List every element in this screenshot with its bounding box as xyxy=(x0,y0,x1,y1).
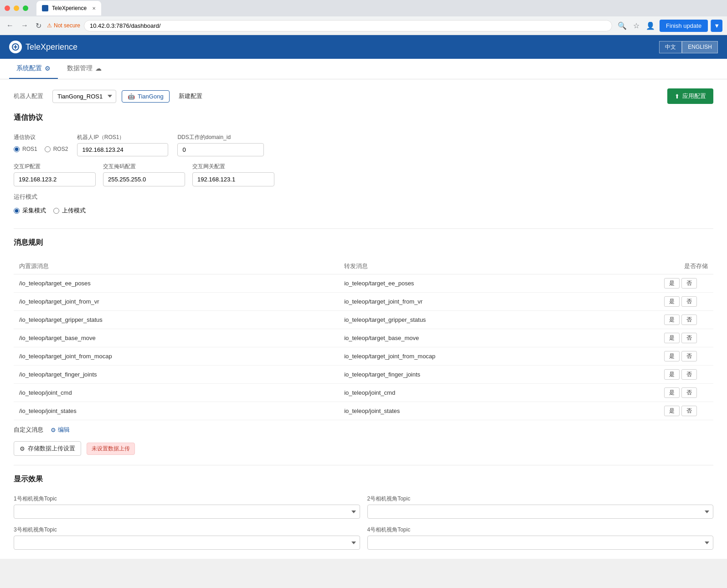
yn-cell: 是 否 xyxy=(659,311,713,329)
dds-label: DDS工作的domain_id xyxy=(177,134,264,141)
forward-cell: io_teleop/target_finger_joints xyxy=(339,366,659,384)
new-config-button[interactable]: 新建配置 xyxy=(175,90,206,103)
camera4-group: 4号相机视角Topic xyxy=(367,526,714,550)
camera1-select[interactable] xyxy=(14,505,360,519)
robot-select-wrapper: TianGong_ROS1 xyxy=(52,90,116,103)
source-cell: /io_teleop/target_ee_poses xyxy=(14,274,339,293)
yes-button-6[interactable]: 是 xyxy=(664,387,680,398)
no-button-1[interactable]: 否 xyxy=(681,296,697,307)
gateway-group: 交互网关配置 xyxy=(192,163,274,186)
logo-icon xyxy=(9,41,22,53)
camera4-select[interactable] xyxy=(367,536,714,550)
ros2-radio-label[interactable]: ROS2 xyxy=(45,146,68,152)
search-icon[interactable]: 🔍 xyxy=(616,20,629,32)
tiangong-badge[interactable]: 🤖 TianGong xyxy=(122,90,170,103)
yn-cell: 是 否 xyxy=(659,274,713,293)
upload-mode-radio[interactable] xyxy=(53,208,59,214)
yn-cell: 是 否 xyxy=(659,293,713,311)
not-configured-badge: 未设置数据上传 xyxy=(87,443,135,455)
upload-mode-label[interactable]: 上传模式 xyxy=(53,206,86,215)
bookmark-icon[interactable]: ☆ xyxy=(631,20,641,32)
finish-update-dropdown[interactable]: ▼ xyxy=(711,20,722,32)
no-button-5[interactable]: 否 xyxy=(681,369,697,380)
browser-tab[interactable]: TeleXperience ✕ xyxy=(36,1,101,15)
ros1-radio-label[interactable]: ROS1 xyxy=(14,146,37,152)
upload-icon: ⬆ xyxy=(675,93,680,100)
custom-msg-left: 自定义消息 ⚙ 编辑 xyxy=(14,426,70,434)
forward-button[interactable]: → xyxy=(19,20,30,31)
col-store: 是否存储 xyxy=(659,258,713,274)
warning-icon: ⚠ xyxy=(47,22,52,29)
back-button[interactable]: ← xyxy=(5,20,15,31)
forward-cell: io_teleop/target_joint_from_mocap xyxy=(339,347,659,366)
yn-cell: 是 否 xyxy=(659,384,713,402)
yes-button-5[interactable]: 是 xyxy=(664,369,680,380)
mask-group: 交互掩码配置 xyxy=(103,163,185,186)
no-button-4[interactable]: 否 xyxy=(681,351,697,361)
cloud-icon: ☁ xyxy=(95,65,102,72)
ros1-radio[interactable] xyxy=(14,146,20,152)
system-config-label: 系统配置 xyxy=(16,64,42,72)
custom-msg-row: 自定义消息 ⚙ 编辑 xyxy=(14,426,713,434)
maximize-button[interactable] xyxy=(23,5,28,11)
yes-button-0[interactable]: 是 xyxy=(664,278,680,289)
camera3-label: 3号相机视角Topic xyxy=(14,526,360,534)
storage-settings-button[interactable]: ⚙ 存储数据上传设置 xyxy=(14,441,81,456)
no-button-0[interactable]: 否 xyxy=(681,278,697,289)
address-bar-actions: 🔍 ☆ 👤 Finish update ▼ xyxy=(616,20,722,32)
message-rules-section: 消息规则 内置源消息 转发消息 是否存储 /io_teleop/target_e… xyxy=(14,238,713,456)
no-button-6[interactable]: 否 xyxy=(681,387,697,398)
tab-data-manage[interactable]: 数据管理 ☁ xyxy=(60,59,109,79)
gear-icon: ⚙ xyxy=(45,65,51,72)
collect-mode-radio[interactable] xyxy=(14,208,20,214)
robot-ip-label: 机器人IP（ROS1） xyxy=(77,134,168,141)
yes-button-1[interactable]: 是 xyxy=(664,296,680,307)
ip-row: 交互IP配置 交互掩码配置 交互网关配置 xyxy=(14,163,713,186)
tab-title: TeleXperience xyxy=(52,5,87,11)
app-wrapper: TeleXperience 中文 ENGLISH 系统配置 ⚙ 数据管理 ☁ 机… xyxy=(0,35,727,559)
no-button-3[interactable]: 否 xyxy=(681,333,697,343)
custom-msg-label: 自定义消息 xyxy=(14,426,43,434)
finish-update-button[interactable]: Finish update xyxy=(660,20,708,32)
lang-zh-button[interactable]: 中文 xyxy=(659,41,682,53)
yes-button-7[interactable]: 是 xyxy=(664,406,680,416)
camera2-select[interactable] xyxy=(367,505,714,519)
ip-config-input[interactable] xyxy=(14,172,96,186)
edit-icon: ⚙ xyxy=(51,427,56,433)
lang-en-button[interactable]: ENGLISH xyxy=(682,41,718,53)
collect-label: 采集模式 xyxy=(22,206,46,215)
dds-input[interactable] xyxy=(177,143,264,156)
table-header-row: 内置源消息 转发消息 是否存储 xyxy=(14,258,713,274)
gateway-input[interactable] xyxy=(192,172,274,186)
edit-button[interactable]: ⚙ 编辑 xyxy=(51,426,70,434)
apply-config-button[interactable]: ⬆ 应用配置 xyxy=(667,88,713,104)
tab-close-icon[interactable]: ✕ xyxy=(92,6,96,11)
yes-button-4[interactable]: 是 xyxy=(664,351,680,361)
robot-config-label: 机器人配置 xyxy=(14,92,43,100)
robot-select[interactable]: TianGong_ROS1 xyxy=(52,90,116,103)
robot-icon: 🤖 xyxy=(128,93,135,100)
ros2-radio[interactable] xyxy=(45,146,51,152)
protocol-row: 通信协议 ROS1 ROS2 xyxy=(14,134,713,156)
app-name: TeleXperience xyxy=(26,42,77,52)
close-button[interactable] xyxy=(5,5,10,11)
mask-input[interactable] xyxy=(103,172,185,186)
divider2 xyxy=(14,465,713,465)
table-row: /io_teleop/target_ee_poses io_teleop/tar… xyxy=(14,274,713,293)
no-button-2[interactable]: 否 xyxy=(681,315,697,325)
collect-mode-label[interactable]: 采集模式 xyxy=(14,206,46,215)
no-button-7[interactable]: 否 xyxy=(681,406,697,416)
yn-cell: 是 否 xyxy=(659,366,713,384)
robot-ip-input[interactable] xyxy=(77,143,168,156)
yes-button-3[interactable]: 是 xyxy=(664,333,680,343)
yes-button-2[interactable]: 是 xyxy=(664,315,680,325)
url-input[interactable] xyxy=(84,20,612,31)
protocol-radio-group: ROS1 ROS2 xyxy=(14,143,68,155)
camera3-select[interactable] xyxy=(14,536,360,550)
forward-cell: io_teleop/target_gripper_status xyxy=(339,311,659,329)
reload-button[interactable]: ↻ xyxy=(34,20,43,32)
profile-icon[interactable]: 👤 xyxy=(644,20,657,32)
minimize-button[interactable] xyxy=(14,5,19,11)
table-row: /io_teleop/target_joint_from_vr io_teleo… xyxy=(14,293,713,311)
tab-system-config[interactable]: 系统配置 ⚙ xyxy=(9,59,58,79)
